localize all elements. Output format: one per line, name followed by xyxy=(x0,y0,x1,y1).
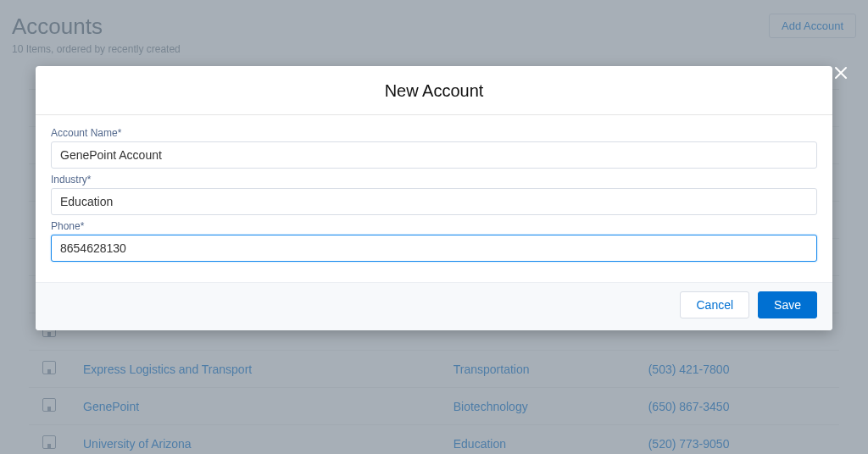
cancel-button[interactable]: Cancel xyxy=(680,291,749,318)
modal-overlay: New Account Account Name* Industry* Phon… xyxy=(0,0,868,454)
new-account-modal: New Account Account Name* Industry* Phon… xyxy=(36,66,832,330)
modal-header: New Account xyxy=(36,66,832,115)
phone-input[interactable] xyxy=(51,235,817,262)
industry-input[interactable] xyxy=(51,188,817,215)
account-name-input[interactable] xyxy=(51,141,817,169)
close-icon[interactable] xyxy=(829,59,853,88)
modal-footer: Cancel Save xyxy=(36,282,832,330)
phone-label: Phone* xyxy=(51,220,817,232)
account-name-label: Account Name* xyxy=(51,127,817,139)
industry-label: Industry* xyxy=(51,174,817,185)
save-button[interactable]: Save xyxy=(758,291,817,318)
modal-body: Account Name* Industry* Phone* xyxy=(36,115,832,282)
modal-title: New Account xyxy=(53,81,815,101)
